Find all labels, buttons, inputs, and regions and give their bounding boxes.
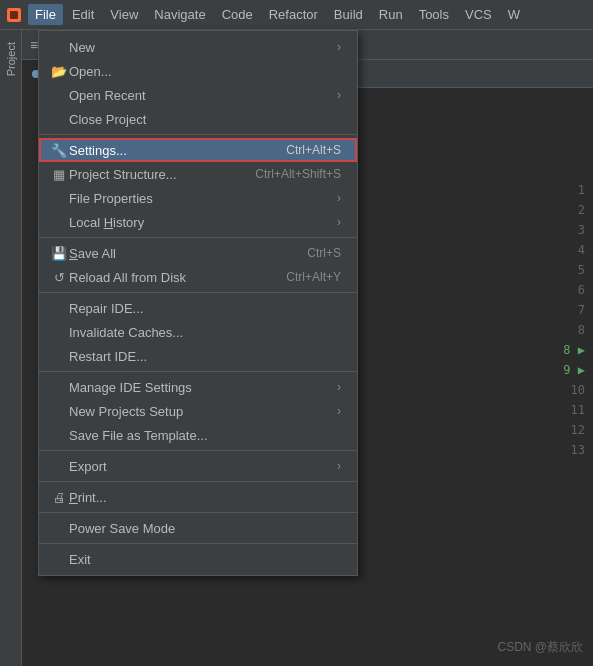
reload-shortcut: Ctrl+Alt+Y	[286, 270, 341, 284]
new-projects-setup-label: New Projects Setup	[69, 404, 337, 419]
new-label: New	[69, 40, 337, 55]
new-projects-setup-arrow: ›	[337, 404, 341, 418]
separator-1	[39, 134, 357, 135]
separator-8	[39, 543, 357, 544]
separator-5	[39, 450, 357, 451]
separator-3	[39, 292, 357, 293]
menu-item-repair-ide[interactable]: Repair IDE...	[39, 296, 357, 320]
menu-refactor[interactable]: Refactor	[262, 4, 325, 25]
file-menu-dropdown: New › 📂 Open... Open Recent › Close Proj…	[38, 30, 358, 576]
svg-rect-1	[10, 11, 18, 19]
export-arrow: ›	[337, 459, 341, 473]
menu-item-project-structure[interactable]: ▦ Project Structure... Ctrl+Alt+Shift+S	[39, 162, 357, 186]
menu-item-print[interactable]: 🖨 Print...	[39, 485, 357, 509]
save-all-icon: 💾	[49, 246, 69, 261]
print-label: Print...	[69, 490, 341, 505]
project-structure-shortcut: Ctrl+Alt+Shift+S	[255, 167, 341, 181]
menu-item-manage-ide-settings[interactable]: Manage IDE Settings ›	[39, 375, 357, 399]
menu-edit[interactable]: Edit	[65, 4, 101, 25]
separator-6	[39, 481, 357, 482]
menu-item-local-history[interactable]: Local History ›	[39, 210, 357, 234]
menu-item-exit[interactable]: Exit	[39, 547, 357, 571]
export-label: Export	[69, 459, 337, 474]
project-structure-icon: ▦	[49, 167, 69, 182]
menu-item-new-projects-setup[interactable]: New Projects Setup ›	[39, 399, 357, 423]
manage-ide-settings-label: Manage IDE Settings	[69, 380, 337, 395]
menu-tools[interactable]: Tools	[412, 4, 456, 25]
print-icon: 🖨	[49, 490, 69, 505]
separator-2	[39, 237, 357, 238]
menu-build[interactable]: Build	[327, 4, 370, 25]
menu-code[interactable]: Code	[215, 4, 260, 25]
menu-item-power-save-mode[interactable]: Power Save Mode	[39, 516, 357, 540]
repair-ide-label: Repair IDE...	[69, 301, 341, 316]
menu-item-save-as-template[interactable]: Save File as Template...	[39, 423, 357, 447]
sidebar-project-tab[interactable]: Project	[3, 34, 19, 84]
menu-item-restart-ide[interactable]: Restart IDE...	[39, 344, 357, 368]
menu-bar: File Edit View Navigate Code Refactor Bu…	[28, 4, 527, 25]
watermark: CSDN @蔡欣欣	[497, 639, 583, 656]
reload-icon: ↺	[49, 270, 69, 285]
menu-item-open[interactable]: 📂 Open...	[39, 59, 357, 83]
open-recent-arrow: ›	[337, 88, 341, 102]
title-bar: File Edit View Navigate Code Refactor Bu…	[0, 0, 593, 30]
toolbar-menu-icon[interactable]: ≡	[30, 37, 38, 53]
settings-shortcut: Ctrl+Alt+S	[286, 143, 341, 157]
menu-vcs[interactable]: VCS	[458, 4, 499, 25]
local-history-arrow: ›	[337, 215, 341, 229]
new-arrow: ›	[337, 40, 341, 54]
settings-icon: 🔧	[49, 143, 69, 158]
manage-ide-settings-arrow: ›	[337, 380, 341, 394]
menu-item-export[interactable]: Export ›	[39, 454, 357, 478]
menu-view[interactable]: View	[103, 4, 145, 25]
menu-navigate[interactable]: Navigate	[147, 4, 212, 25]
menu-item-reload[interactable]: ↺ Reload All from Disk Ctrl+Alt+Y	[39, 265, 357, 289]
save-all-label: Save All	[69, 246, 287, 261]
menu-item-close-project[interactable]: Close Project	[39, 107, 357, 131]
menu-item-settings[interactable]: 🔧 Settings... Ctrl+Alt+S	[39, 138, 357, 162]
power-save-mode-label: Power Save Mode	[69, 521, 341, 536]
settings-label: Settings...	[69, 143, 266, 158]
menu-item-save-all[interactable]: 💾 Save All Ctrl+S	[39, 241, 357, 265]
exit-label: Exit	[69, 552, 341, 567]
menu-item-new[interactable]: New ›	[39, 35, 357, 59]
open-recent-label: Open Recent	[69, 88, 337, 103]
sidebar: Project	[0, 30, 22, 666]
file-properties-arrow: ›	[337, 191, 341, 205]
menu-item-open-recent[interactable]: Open Recent ›	[39, 83, 357, 107]
save-all-shortcut: Ctrl+S	[307, 246, 341, 260]
menu-item-invalidate-caches[interactable]: Invalidate Caches...	[39, 320, 357, 344]
invalidate-caches-label: Invalidate Caches...	[69, 325, 341, 340]
file-properties-label: File Properties	[69, 191, 337, 206]
project-structure-label: Project Structure...	[69, 167, 235, 182]
restart-ide-label: Restart IDE...	[69, 349, 341, 364]
reload-label: Reload All from Disk	[69, 270, 266, 285]
open-label: Open...	[69, 64, 341, 79]
local-history-label: Local History	[69, 215, 337, 230]
separator-4	[39, 371, 357, 372]
close-project-label: Close Project	[69, 112, 341, 127]
line-numbers: 1 2 3 4 5 6 7 8 8 ▶ 9 ▶ 10 11 12 13	[523, 176, 593, 464]
menu-run[interactable]: Run	[372, 4, 410, 25]
menu-w[interactable]: W	[501, 4, 527, 25]
menu-file[interactable]: File	[28, 4, 63, 25]
menu-item-file-properties[interactable]: File Properties ›	[39, 186, 357, 210]
separator-7	[39, 512, 357, 513]
save-as-template-label: Save File as Template...	[69, 428, 341, 443]
app-logo	[4, 5, 24, 25]
open-icon: 📂	[49, 64, 69, 79]
